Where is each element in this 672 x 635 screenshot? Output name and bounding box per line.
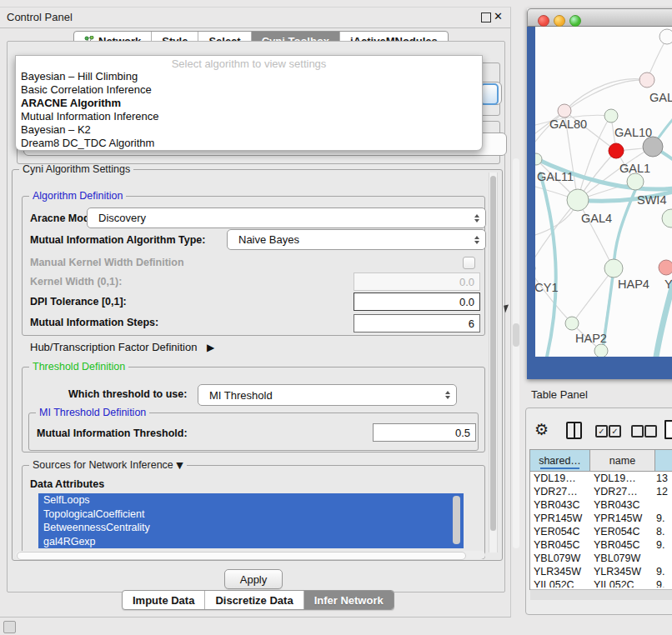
tab-impute-data[interactable]: Impute Data <box>123 591 205 609</box>
panel-divider[interactable] <box>513 158 519 548</box>
unchecked-checkbox-icon[interactable] <box>644 425 657 438</box>
node-label: GCY1 <box>535 281 559 294</box>
node-label: HAP4 <box>618 278 649 291</box>
node-label: SWI4 <box>637 193 666 207</box>
mi-algorithm-type-value: Naive Bayes <box>238 233 299 246</box>
algorithm-option-aracne-algorithm[interactable]: ARACNE Algorithm <box>21 97 121 109</box>
column-header-2[interactable] <box>655 450 672 472</box>
table-row-ylr345w[interactable]: YLR345WYLR345W9. <box>530 565 672 578</box>
network-node[interactable] <box>659 29 672 44</box>
table-row-ybr043c[interactable]: YBR043CYBR043C <box>530 498 672 512</box>
apply-button[interactable]: Apply <box>224 569 283 589</box>
network-canvas[interactable]: GAL80GALGAL10GAL1SWI4GAL11GAL4GCY1HAP4YH… <box>535 27 672 357</box>
tab-discretize-data[interactable]: Discretize Data <box>205 591 303 609</box>
table-row-ybr045c[interactable]: YBR045CYBR045C9. <box>530 538 672 552</box>
data-attribute-item-selfloops[interactable]: SelfLoops <box>38 493 464 508</box>
expander-right-arrow-icon: ▶ <box>207 342 214 353</box>
attributes-list-scrollbar-thumb[interactable] <box>453 496 460 544</box>
checked-checkbox-icon[interactable]: ✓ <box>595 425 608 438</box>
unchecked-checkbox-icon[interactable] <box>631 425 644 438</box>
network-node-hap4[interactable] <box>604 259 623 278</box>
network-node-gal4[interactable] <box>567 189 589 211</box>
collapsed-panel-icon[interactable] <box>3 621 16 633</box>
table-cell: YBL079W <box>534 552 580 565</box>
dropdown-prompt: Select algorithm to view settings <box>16 58 482 70</box>
network-node[interactable] <box>662 209 672 228</box>
network-node[interactable] <box>594 344 608 357</box>
table-horizontal-scrollbar[interactable] <box>530 589 672 600</box>
checked-checkbox-icon[interactable]: ✓ <box>609 425 621 438</box>
column-header-shared[interactable]: shared… <box>530 450 590 472</box>
settings-vertical-scrollbar[interactable] <box>489 172 498 552</box>
column-header-name[interactable]: name <box>590 450 655 472</box>
table-cell: 9. <box>656 565 664 578</box>
algorithm-option-mutual-information-inference[interactable]: Mutual Information Inference <box>21 110 158 122</box>
check-icon: ✓ <box>611 427 618 436</box>
network-node-gal80[interactable] <box>558 104 571 118</box>
aracne-mode-combobox[interactable]: Discovery <box>87 208 486 228</box>
close-window-button[interactable] <box>538 15 549 27</box>
float-window-button[interactable] <box>481 12 491 22</box>
mi-threshold-field[interactable]: 0.5 <box>373 423 476 442</box>
algorithm-option-dream8-dc-tdc-algorithm[interactable]: Dream8 DC_TDC Algorithm <box>21 137 154 149</box>
manual-kernel-width-checkbox[interactable] <box>463 257 475 269</box>
algorithm-combobox-button[interactable] <box>480 83 499 105</box>
data-attribute-item-betweennesscentrality[interactable]: BetweennessCentrality <box>38 521 464 535</box>
dpi-tolerance-field[interactable]: 0.0 <box>354 292 480 311</box>
column-header-label: name <box>609 455 635 467</box>
dpi-tolerance-label: DPI Tolerance [0,1]: <box>30 296 127 308</box>
network-edge <box>564 79 647 111</box>
node-label: GAL80 <box>549 118 587 131</box>
new-table-icon[interactable] <box>664 420 672 439</box>
algorithm-option-bayesian-k2[interactable]: Bayesian – K2 <box>21 123 91 136</box>
table-row-ybl079w[interactable]: YBL079WYBL079W <box>530 552 672 565</box>
close-panel-button[interactable]: ✕ <box>494 10 503 22</box>
algorithm-option-bayesian-hill-climbing[interactable]: Bayesian – Hill Climbing <box>21 70 138 82</box>
kernel-width-field: 0.0 <box>354 272 480 291</box>
mi-steps-field[interactable]: 6 <box>354 314 480 332</box>
settings-hscrollbar-thumb[interactable] <box>17 552 466 560</box>
table-cell: YBR043C <box>594 498 640 512</box>
network-node-hap2[interactable] <box>565 317 579 330</box>
network-node-y[interactable] <box>659 260 672 275</box>
table-cell: YLR345W <box>534 565 581 578</box>
network-node-gal[interactable] <box>639 72 654 88</box>
kernel-width-value: 0.0 <box>459 276 474 288</box>
settings-horizontal-scrollbar[interactable] <box>15 551 485 559</box>
mi-threshold-value: 0.5 <box>455 427 470 439</box>
network-node-swi4[interactable] <box>627 173 644 190</box>
table-row-yil052c[interactable]: YIL052CYIL052C9. <box>530 578 672 588</box>
expander-down-arrow-icon[interactable]: ▼ <box>176 460 183 471</box>
table-body: YDL19…YDL19…13YDR27…YDR27…12YBR043CYBR04… <box>530 472 672 588</box>
zoom-window-button[interactable] <box>569 15 581 27</box>
tab-infer-network[interactable]: Infer Network <box>304 591 394 609</box>
table-cell: 8. <box>656 525 664 538</box>
kernel-width-label: Kernel Width (0,1): <box>30 276 122 288</box>
table-row-ydr27[interactable]: YDR27…YDR27…12 <box>530 485 672 498</box>
column-layout-icon[interactable] <box>566 422 582 439</box>
settings-scrollbar-thumb[interactable] <box>490 176 496 531</box>
table-row-yer054c[interactable]: YER054CYER054C8. <box>530 525 672 538</box>
node-label: GAL4 <box>581 212 612 225</box>
data-attribute-item-topologicalcoefficient[interactable]: TopologicalCoefficient <box>38 508 464 522</box>
network-node[interactable] <box>643 137 663 157</box>
algorithm-option-basic-correlation-inference[interactable]: Basic Correlation Inference <box>21 83 152 96</box>
minimize-window-button[interactable] <box>554 15 565 27</box>
gear-icon[interactable]: ⚙ <box>534 420 549 438</box>
data-attribute-item-gal4rgexp[interactable]: gal4RGexp <box>38 535 464 549</box>
table-cell: YLR345W <box>594 565 641 578</box>
network-edge <box>540 173 556 357</box>
table-header-row: shared…name <box>530 450 672 471</box>
data-attributes-list[interactable]: SelfLoopsTopologicalCoefficientBetweenne… <box>38 493 464 549</box>
mi-algorithm-type-combobox[interactable]: Naive Bayes <box>227 229 486 250</box>
which-threshold-combobox[interactable]: MI Threshold <box>198 384 457 406</box>
table-cell: 9. <box>656 538 664 552</box>
panel-divider-handle[interactable] <box>513 323 519 347</box>
network-node-gal1[interactable] <box>609 143 624 158</box>
table-row-ypr145w[interactable]: YPR145WYPR145W9. <box>530 512 672 525</box>
table-row-ydl19[interactable]: YDL19…YDL19…13 <box>530 472 672 485</box>
hub-definition-expander[interactable]: Hub/Transcription Factor Definition ▶ <box>30 341 214 353</box>
network-node-gal10[interactable] <box>604 109 618 122</box>
mi-threshold-label: Mutual Information Threshold: <box>37 428 188 439</box>
network-window-titlebar[interactable] <box>527 8 672 27</box>
